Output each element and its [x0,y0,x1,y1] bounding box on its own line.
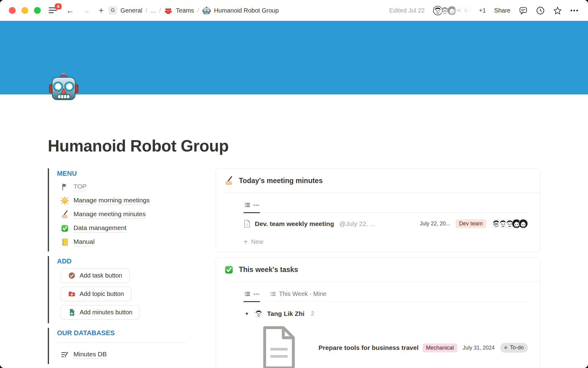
menu-link[interactable]: TOP [74,183,87,191]
breadcrumb-separator: / [159,7,161,14]
history-clock-icon[interactable] [536,6,545,15]
list-view-icon [244,202,251,208]
menu-link[interactable]: Manage morning meetings [74,197,150,205]
breadcrumb-workspace[interactable]: General [120,7,142,14]
breadcrumb-separator: / [146,7,148,14]
button-label: Add minutes button [80,309,132,316]
group-header: ▼ Tang Lik Zhi 2 [243,302,528,321]
doc-plus-icon [68,309,76,316]
avatar [518,219,528,228]
minimize-button[interactable] [21,7,28,14]
breadcrumb: G General / ... / Teams / Humanoid Robot… [108,6,279,15]
edited-timestamp[interactable]: Edited Jul 22 [389,7,425,14]
zoom-button[interactable] [34,7,41,14]
add-topic-button[interactable]: Add topic button [61,287,131,301]
page-cover[interactable] [0,21,588,94]
teams-icon [164,6,172,15]
menu-item-data-management[interactable]: Data management [57,221,194,235]
breadcrumb-collapsed[interactable]: ... [151,7,156,14]
add-minutes-button[interactable]: Add minutes button [61,305,140,320]
meeting-date: July 22, 20... [420,220,450,227]
task-title[interactable]: Prepare tools for business travel [318,344,419,351]
new-label: New [251,238,263,245]
tab-label: --- [253,290,259,297]
button-label: Add topic button [80,290,124,297]
menu-link[interactable]: Data management [74,224,126,232]
meeting-row[interactable]: Dev. team weekly meeting @July 22, ... J… [243,213,528,234]
right-column: Today's meeting minutes --- Dev. tea [216,168,541,368]
card-header: Today's meeting minutes [216,176,540,186]
view-tab-default[interactable]: --- [243,290,260,301]
breadcrumb-page[interactable]: Humanoid Robot Group [214,7,279,14]
weekly-tasks-card: This week's tasks --- This Week - Mine [216,257,541,368]
menu-item-top[interactable]: TOP [57,180,194,194]
meeting-minutes-card: Today's meeting minutes --- Dev. tea [216,168,541,252]
more-options-button[interactable]: ••• [570,7,579,14]
group-name[interactable]: Tang Lik Zhi [267,310,304,317]
meeting-title[interactable]: Dev. team weekly meeting [255,220,334,228]
team-tag[interactable]: Dev team [456,219,486,228]
tab-label: --- [253,201,259,209]
page-icon-robot[interactable] [49,73,78,102]
collapse-triangle-icon[interactable]: ▼ [243,311,250,316]
avatar-overflow-count[interactable]: +1 [479,7,486,14]
new-page-button[interactable]: + [99,6,104,15]
flag-icon [61,183,69,191]
database-link[interactable]: Minutes DB [74,351,107,359]
menu-link[interactable]: Manage meeting minutes [74,210,146,219]
menu-item-manual[interactable]: Manual [57,235,194,249]
task-check-icon [68,272,76,279]
sidebar-toggle-icon[interactable]: 4 [49,6,58,14]
breadcrumb-teams[interactable]: Teams [176,7,194,14]
category-tag[interactable]: Mechanical [423,343,457,352]
add-task-button[interactable]: Add task button [61,268,130,283]
toolbar-right: Edited Jul 22 M D +1 Share ••• [389,6,579,15]
status-badge[interactable]: To-do [500,343,528,353]
view-tab-this-week-mine[interactable]: This Week - Mine [269,290,327,301]
avatar[interactable]: D [461,6,471,15]
button-label: Add task button [80,272,122,279]
folder-plus-icon [68,290,76,298]
database-item-minutes-db[interactable]: Minutes DB [57,348,194,362]
writing-hand-icon [61,210,69,219]
status-dot-icon [504,346,507,349]
page-icon [243,325,315,368]
plus-icon: + [243,238,248,245]
check-mark-icon [61,224,69,232]
share-button[interactable]: Share [494,7,511,14]
presence-avatars: M D [433,6,471,15]
databases-callout: OUR DATABASES Minutes DB [48,328,194,364]
add-heading: ADD [57,257,194,265]
favorite-star-icon[interactable] [553,6,562,15]
list-view-icon [270,291,276,297]
group-count: 2 [311,310,314,317]
view-tab-default[interactable]: --- [243,201,260,213]
nav-controls: 4 ← → + [49,6,104,15]
menu-item-meeting-minutes[interactable]: Manage meeting minutes [57,208,194,221]
workspace-chip[interactable]: G [108,6,117,15]
menu-link[interactable]: Manual [74,238,95,246]
task-row[interactable]: Prepare tools for business travel Mechan… [243,321,528,368]
menu-callout: MENU TOP Manage morning meetings Manage … [48,168,194,251]
status-label: To-do [510,344,524,351]
sun-icon [61,197,69,205]
page-icon [243,220,251,228]
list-view-icon [244,291,251,297]
forward-button[interactable]: → [82,6,90,14]
menu-heading: MENU [57,170,194,178]
card-header: This week's tasks [216,265,540,274]
robot-icon [202,6,211,15]
card-title: Today's meeting minutes [239,177,322,185]
divider [58,343,186,343]
back-button[interactable]: ← [66,6,74,14]
page-title[interactable]: Humanoid Robot Group [48,136,541,155]
left-column: MENU TOP Manage morning meetings Manage … [48,168,194,368]
date-mention[interactable]: @July 22, ... [339,220,375,228]
menu-item-morning-meetings[interactable]: Manage morning meetings [57,194,194,208]
add-callout: ADD Add task button Add topic button [48,256,194,323]
new-row-button[interactable]: + New [243,234,528,247]
close-button[interactable] [9,7,16,14]
view-tabs: --- [243,193,528,213]
toolbar: 4 ← → + G General / ... / Teams / Humano… [0,0,588,21]
comments-icon[interactable] [519,6,528,15]
